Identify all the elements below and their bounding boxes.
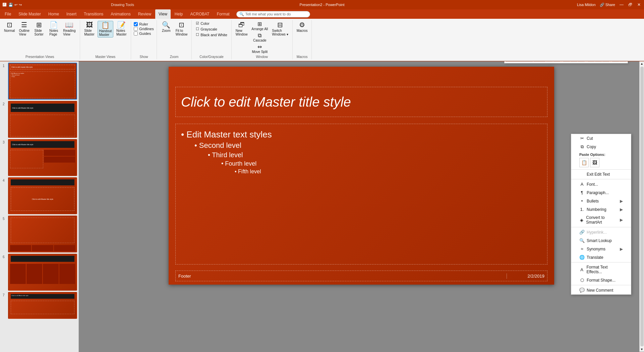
ctx-copy[interactable]: ⧉ Copy [571,142,631,151]
btn-switch-windows[interactable]: ⊟ SwitchWindows ▾ [271,21,289,37]
slide-thumb-3[interactable]: Click to edit Master title style [8,139,77,176]
align-left-btn[interactable]: ≡ [588,61,594,62]
tab-file[interactable]: File [1,9,14,19]
slide-thumb-1[interactable]: Click to edit master title style Edit Ma… [8,63,77,100]
font-select[interactable]: Trebuch... [506,61,533,62]
ruler-check[interactable]: Ruler [134,22,154,26]
slide-thumb-7[interactable]: Click to edit Master title style [8,292,77,319]
tab-acrobat[interactable]: ACROBAT [187,9,213,19]
pv-label: Presentation Views [25,54,54,59]
btn-new-window[interactable]: 🗗 NewWindow [234,21,249,37]
tab-review[interactable]: Review [135,9,155,19]
guides-check[interactable]: Guides [134,32,154,36]
restore-button[interactable]: 🗗 [628,2,633,7]
scroll-thumb[interactable] [640,67,644,346]
guides-checkbox[interactable] [134,32,138,36]
content-box[interactable]: • Edit Master text styles • Second level… [175,124,547,265]
ctx-cut[interactable]: ✂ Cut [571,134,631,142]
ctx-numbering[interactable]: 1. Numbering ▶ [571,205,631,214]
slides-panel[interactable]: 1 Click to edit master title style Edit … [0,61,79,352]
slide-thumb-4[interactable]: Click to edit Master title style [8,177,77,214]
translate-label: Translate [587,255,603,260]
undo-icon[interactable]: ↩ [14,3,17,7]
scroll-down[interactable]: ▼ [640,347,644,352]
btn-outline-view[interactable]: ☰ OutlineView [17,21,31,37]
underline-btn[interactable]: U [578,61,585,62]
gridlines-checkbox[interactable] [134,27,138,31]
btn-fit-to-window[interactable]: ⊡ Fit toWindow [174,21,189,37]
paste-icon-1[interactable]: 📋 [579,158,589,167]
ctx-translate[interactable]: 🌐 Translate [571,253,631,261]
tab-transitions[interactable]: Transitions [80,9,107,19]
vertical-scrollbar[interactable]: ▲ ▼ [639,61,644,352]
cut-label: Cut [587,136,593,141]
btn-handout-master[interactable]: 📋 HandoutMaster [98,21,114,38]
ctx-font[interactable]: A Font... [571,180,631,188]
title-box[interactable]: Click to edit Master title style [175,87,547,117]
slide-canvas[interactable]: Click to edit Master title style • Edit … [169,67,554,285]
close-button[interactable]: ✕ [637,2,641,7]
sorter-icon: ⊞ [36,21,42,28]
sep-after-paste [571,169,631,170]
ctx-smart-lookup[interactable]: 🔍 Smart Lookup [571,236,631,245]
tab-animations[interactable]: Animations [107,9,134,19]
btn-cascade[interactable]: ⧉ Cascade [250,32,269,43]
tab-view[interactable]: View [155,9,171,19]
font-effect-btn[interactable]: ✨ [620,61,626,62]
canvas-area[interactable]: ▲ ▼ Click to edit Master title style • E… [79,61,644,352]
synonyms-arrow: ▶ [620,247,623,251]
slide-thumb-5[interactable] [8,216,77,252]
ctx-format-shape[interactable]: ⬡ Format Shape... [571,276,631,284]
tab-slide-master[interactable]: Slide Master [15,9,44,19]
btn-notes-master[interactable]: 📝 NotesMaster [115,21,128,37]
ctx-new-comment[interactable]: 💬 New Comment [571,286,631,294]
font-shrink-btn[interactable]: A↓ [553,61,560,62]
minimize-button[interactable]: — [619,2,624,7]
search-bar[interactable]: 🔍 Tell me what you want to do [236,11,310,17]
tab-insert[interactable]: Insert [63,9,80,19]
quick-access[interactable]: 💾 ↩ ↪ [8,3,22,7]
tab-help[interactable]: Help [171,9,186,19]
align-center-btn[interactable]: ≡ [595,61,602,62]
tab-format[interactable]: Format [214,9,233,19]
btn-move-split[interactable]: ⇔ Move Split [250,44,269,54]
ctx-paragraph[interactable]: ¶ Paragraph... [571,188,631,197]
btn-slide-sorter[interactable]: ⊞ SlideSorter [32,21,46,37]
italic-btn[interactable]: I [571,61,577,62]
slide-num-5: 5 [3,217,8,221]
slide-thumb-2[interactable]: Click to edit Master title style [8,101,77,138]
mini-toolbar[interactable]: Trebuch... A↑ A↓ B I U ≡ ≡ ≡ A ✨ [504,61,628,63]
btn-macros[interactable]: ⚙ Macros [295,21,309,33]
tab-home[interactable]: Home [45,9,62,19]
ctx-bullets[interactable]: • Bullets ▶ [571,197,631,205]
slide-num-1: 1 [3,64,8,68]
save-icon[interactable]: 💾 [8,3,13,7]
ctx-exit-edit[interactable]: Exit Edit Text [571,170,631,178]
font-grow-btn[interactable]: A↑ [546,61,553,62]
btn-arrange-all[interactable]: ⊞ Arrange All [250,21,269,32]
bold-btn[interactable]: B [563,61,570,62]
btn-reading-view[interactable]: 📖 ReadingView [62,21,77,37]
align-right-btn[interactable]: ≡ [602,61,609,62]
exit-label: Exit Edit Text [587,172,610,177]
redo-icon[interactable]: ↪ [19,3,22,7]
paste-icon-2[interactable]: 🖼 [590,158,599,167]
btn-normal[interactable]: ⊡ Normal [3,21,16,33]
smartart-arrow: ▶ [620,218,623,222]
gridlines-check[interactable]: Gridlines [134,27,154,31]
btn-notes-page[interactable]: 📄 NotesPage [47,21,60,37]
btn-bw[interactable]: ☐ Black and White [194,32,228,37]
ctx-format-text[interactable]: A Format Text Effects... [571,263,631,276]
ctx-synonyms[interactable]: ≈ Synonyms ▶ [571,245,631,253]
scroll-up[interactable]: ▲ [640,61,644,66]
btn-slide-master[interactable]: 🖼 SlideMaster [83,21,96,37]
slide-thumb-6[interactable] [8,254,77,291]
btn-color[interactable]: ☑ Color [194,21,228,26]
ruler-checkbox[interactable] [134,22,138,26]
btn-grayscale[interactable]: ☐ Grayscale [194,26,228,32]
btn-zoom[interactable]: 🔍 Zoom [160,21,173,33]
ctx-smartart[interactable]: ◈ Convert to SmartArt ▶ [571,214,631,226]
font-color-btn[interactable]: A [612,61,619,62]
share-button[interactable]: 🔗 Share [600,3,615,7]
font-size-input[interactable] [533,61,545,62]
